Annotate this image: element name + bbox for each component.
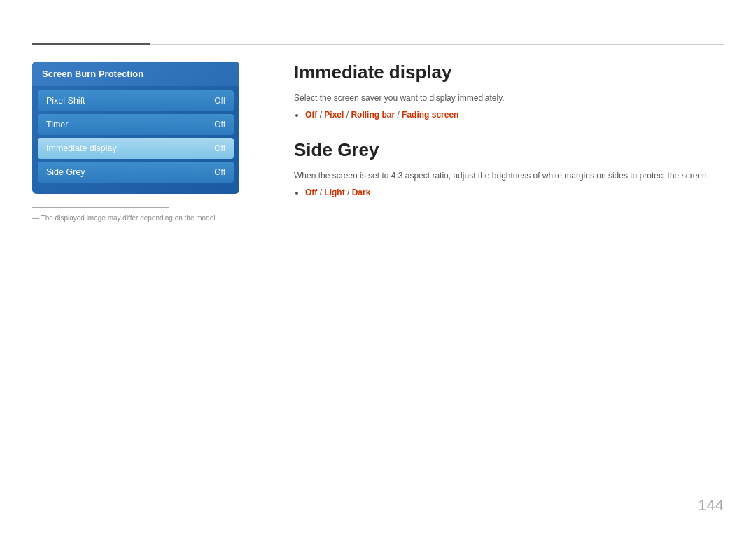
side-grey-options: Off / Light / Dark xyxy=(305,188,724,197)
immediate-display-options: Off / Pixel / Rolling bar / Fading scree… xyxy=(305,110,724,120)
top-line-light xyxy=(150,44,724,45)
footnote-line xyxy=(32,207,169,208)
menu-item-side-grey[interactable]: Side Grey Off xyxy=(38,162,234,183)
immediate-display-option-list-item: Off / Pixel / Rolling bar / Fading scree… xyxy=(305,110,724,120)
menu-item-pixel-shift-value: Off xyxy=(214,96,225,106)
menu-item-immediate-display-label: Immediate display xyxy=(46,143,117,153)
side-grey-title: Side Grey xyxy=(294,139,724,161)
screen-burn-protection-box: Screen Burn Protection Pixel Shift Off T… xyxy=(32,62,239,194)
page-number: 144 xyxy=(698,496,724,514)
option-off-2: Off xyxy=(305,188,317,197)
menu-item-pixel-shift[interactable]: Pixel Shift Off xyxy=(38,90,234,111)
top-line-dark xyxy=(32,43,150,45)
menu-item-side-grey-label: Side Grey xyxy=(46,167,85,177)
option-pixel: Pixel xyxy=(324,110,344,120)
side-grey-option-list-item: Off / Light / Dark xyxy=(305,188,724,197)
immediate-display-desc: Select the screen saver you want to disp… xyxy=(294,92,724,104)
footnote-text: ― The displayed image may differ dependi… xyxy=(32,214,217,222)
option-fading-screen: Fading screen xyxy=(402,110,458,120)
menu-item-pixel-shift-label: Pixel Shift xyxy=(46,96,85,106)
side-grey-desc: When the screen is set to 4:3 aspect rat… xyxy=(294,169,724,182)
menu-item-timer-label: Timer xyxy=(46,120,68,129)
left-panel: Screen Burn Protection Pixel Shift Off T… xyxy=(32,62,239,194)
option-dark: Dark xyxy=(352,188,371,197)
immediate-display-title: Immediate display xyxy=(294,62,724,83)
menu-item-immediate-display-value: Off xyxy=(214,143,225,153)
option-off-1: Off xyxy=(305,110,317,120)
right-content: Immediate display Select the screen save… xyxy=(294,62,724,217)
option-rolling-bar: Rolling bar xyxy=(351,110,395,120)
menu-item-side-grey-value: Off xyxy=(214,167,225,177)
menu-item-timer-value: Off xyxy=(214,120,225,129)
option-light: Light xyxy=(324,188,344,197)
top-divider xyxy=(32,43,724,45)
screen-burn-title: Screen Burn Protection xyxy=(32,62,239,86)
menu-item-immediate-display[interactable]: Immediate display Off xyxy=(38,138,234,159)
menu-item-timer[interactable]: Timer Off xyxy=(38,114,234,135)
